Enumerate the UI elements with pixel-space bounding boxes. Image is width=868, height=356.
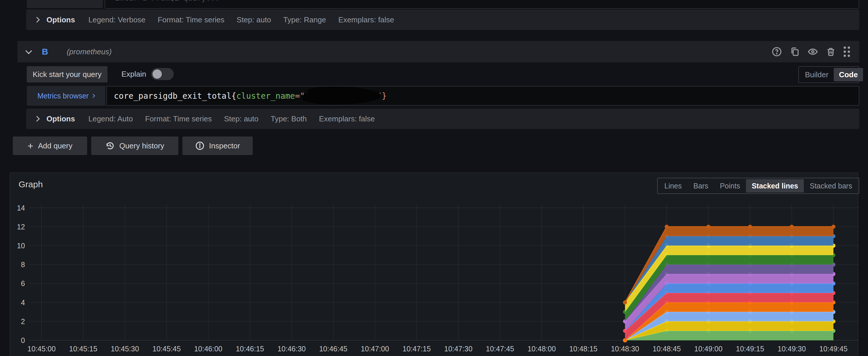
x-axis-label: 10:49:30: [778, 345, 806, 353]
option-summary-item: Format: Time series: [145, 115, 212, 123]
toggle-knob: [153, 69, 162, 79]
query-b-header[interactable]: B (prometheus): [18, 41, 859, 62]
metrics-browser-label: Metrics browser: [37, 92, 89, 100]
option-summary-item: Type: Both: [271, 115, 307, 123]
history-icon: [105, 141, 115, 151]
chevron-right-icon: [91, 94, 95, 98]
x-axis-label: 10:46:00: [194, 345, 222, 353]
option-summary-item: Step: auto: [237, 15, 271, 24]
chevron-down-icon[interactable]: [26, 47, 32, 54]
x-axis-label: 10:46:45: [319, 345, 347, 353]
view-mode-stacked-bars[interactable]: Stacked bars: [804, 179, 858, 193]
y-axis-label: 10: [17, 241, 25, 250]
x-axis-label: 10:49:15: [736, 345, 764, 353]
copy-icon[interactable]: [789, 46, 800, 57]
inspector-button[interactable]: Inspector: [182, 136, 253, 155]
point-series-12: [831, 225, 835, 229]
y-axis-label: 12: [17, 223, 25, 231]
x-axis-label: 10:47:00: [361, 345, 389, 353]
options-title: Options: [46, 115, 75, 123]
inspector-label: Inspector: [209, 141, 240, 151]
options-row-query-b[interactable]: Options Legend: AutoFormat: Time seriesS…: [26, 108, 859, 129]
explain-label: Explain: [121, 70, 146, 79]
kick-start-query-button[interactable]: Kick start your query: [27, 66, 107, 83]
point-series-12: [748, 225, 752, 229]
builder-mode-button[interactable]: Builder: [800, 70, 834, 79]
view-mode-points[interactable]: Points: [714, 179, 746, 193]
x-axis-label: 10:45:45: [153, 345, 181, 353]
option-summary-item: Legend: Auto: [88, 115, 133, 123]
query-history-label: Query history: [119, 141, 164, 151]
x-axis-label: 10:47:15: [403, 345, 431, 353]
metrics-browser-button-cutoff[interactable]: [27, 0, 103, 8]
chevron-right-icon: [34, 116, 40, 122]
info-icon: [195, 141, 205, 151]
x-axis-label: 10:47:30: [444, 345, 472, 353]
point-series-12: [623, 300, 627, 304]
help-icon[interactable]: [772, 46, 782, 57]
option-summary-item: Type: Range: [283, 15, 326, 24]
promql-placeholder: Enter a PromQL query...: [115, 0, 220, 2]
chevron-right-icon: [34, 17, 40, 23]
point-series-12: [665, 225, 669, 229]
x-axis-label: 10:48:15: [569, 345, 597, 353]
view-mode-lines[interactable]: Lines: [658, 179, 688, 193]
y-axis-label: 6: [21, 279, 25, 288]
y-axis-label: 14: [17, 204, 25, 212]
x-axis-label: 10:45:30: [111, 345, 139, 353]
view-mode-bars[interactable]: Bars: [688, 179, 714, 193]
code-mode-button[interactable]: Code: [834, 68, 863, 81]
option-summary-item: Step: auto: [224, 115, 258, 123]
x-axis-label: 10:48:45: [652, 345, 681, 353]
query-datasource: (prometheus): [67, 47, 112, 56]
option-summary-item: Exemplars: false: [319, 115, 375, 123]
promql-code-editor[interactable]: core_parsigdb_exit_total{cluster_name=""…: [106, 86, 859, 106]
add-query-button[interactable]: + Add query: [13, 136, 87, 155]
view-mode-stacked-lines[interactable]: Stacked lines: [746, 179, 804, 193]
x-axis-label: 10:49:45: [819, 345, 847, 353]
y-axis-label: 2: [21, 317, 25, 325]
query-history-button[interactable]: Query history: [91, 136, 178, 155]
option-summary-item: Exemplars: false: [338, 15, 394, 24]
query-ref-id: B: [42, 47, 48, 57]
point-series-12: [707, 225, 711, 229]
eye-icon[interactable]: [808, 46, 818, 57]
x-axis-label: 10:46:30: [277, 345, 306, 353]
x-axis-label: 10:48:00: [528, 345, 556, 353]
option-summary-item: Format: Time series: [158, 15, 224, 24]
options-title: Options: [46, 15, 75, 24]
point-series-12: [789, 225, 794, 229]
explain-toggle[interactable]: [151, 68, 174, 80]
y-axis-label: 0: [21, 336, 25, 345]
stacked-lines-chart[interactable]: 0246810121410:45:0010:45:1510:45:3010:45…: [9, 196, 863, 356]
redacted-value: [302, 88, 381, 105]
graph-panel-title: Graph: [19, 180, 43, 189]
x-axis-label: 10:46:15: [236, 345, 264, 353]
x-axis-label: 10:45:00: [27, 345, 56, 353]
query-label-name: cluster_name: [236, 91, 295, 101]
option-summary-item: Legend: Verbose: [88, 15, 146, 24]
editor-mode-switcher: Builder Code: [798, 66, 859, 83]
grafana-explore-page: { "accent_colors": { "link_blue": "#6E9F…: [0, 0, 868, 356]
x-axis-label: 10:45:15: [69, 345, 97, 353]
trash-icon[interactable]: [826, 46, 836, 57]
add-query-label: Add query: [38, 141, 73, 151]
y-axis-label: 4: [21, 298, 25, 306]
graph-view-mode-group: LinesBarsPointsStacked linesStacked bars: [657, 178, 859, 194]
drag-handle-icon[interactable]: [844, 46, 851, 57]
query-metric: core_parsigdb_exit_total{: [114, 91, 236, 101]
options-row-query-a[interactable]: Options Legend: VerboseFormat: Time seri…: [26, 9, 859, 30]
metrics-browser-button[interactable]: Metrics browser: [27, 86, 105, 106]
x-axis-label: 10:49:00: [694, 345, 722, 353]
promql-input-query-a[interactable]: Enter a PromQL query...: [104, 0, 859, 9]
y-axis-label: 8: [21, 260, 25, 268]
x-axis-label: 10:47:45: [486, 345, 514, 353]
x-axis-label: 10:48:30: [611, 345, 639, 353]
